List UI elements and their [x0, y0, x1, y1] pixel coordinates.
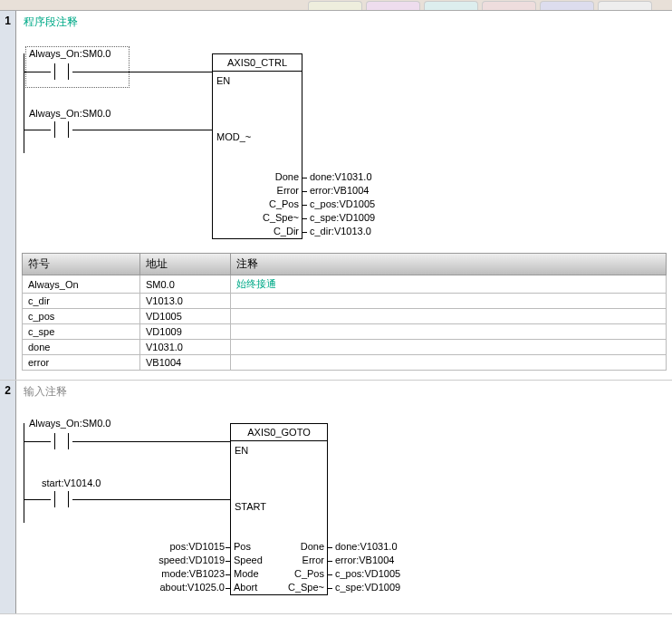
cell-comment — [231, 340, 667, 355]
network-title[interactable]: 输入注释 — [22, 382, 667, 405]
contact-no[interactable] — [51, 433, 72, 449]
contact-no[interactable] — [51, 491, 72, 507]
block-pin: Pos — [234, 541, 251, 552]
block-pin: EN — [216, 75, 230, 86]
cell-comment — [231, 324, 667, 340]
pin-binding: about:V1025.0 — [149, 582, 225, 593]
col-symbol: 符号 — [23, 254, 140, 275]
contact-no[interactable] — [51, 63, 72, 80]
block-pin: C_Pos — [257, 198, 299, 209]
block-pin: Done — [257, 171, 299, 182]
block-pin: Mode — [234, 568, 259, 579]
pin-binding: c_spe:VD1009 — [310, 212, 375, 223]
network-title[interactable]: 程序段注释 — [22, 13, 667, 35]
block-pin: Done — [283, 541, 324, 552]
cell-symbol: Always_On — [23, 275, 140, 294]
table-row[interactable]: doneV1031.0 — [23, 340, 667, 355]
block-pin: C_Spe~ — [257, 212, 299, 223]
network-number: 2 — [0, 381, 16, 613]
pin-binding: c_dir:V1013.0 — [310, 226, 371, 236]
contact-label: start:V1014.0 — [42, 477, 101, 488]
block-pin: C_Pos — [283, 568, 324, 579]
table-row[interactable]: c_dirV1013.0 — [23, 294, 667, 309]
network-1: 1 程序段注释 Always_On:SM0.0 Always_On:SM0.0 … — [0, 11, 672, 381]
ladder-diagram-2: Always_On:SM0.0 start:V1014.0 AXIS0_GOTO… — [22, 405, 667, 604]
block-pin: C_Dir — [257, 226, 299, 236]
cell-comment — [231, 294, 667, 309]
pin-binding: c_pos:VD1005 — [335, 568, 400, 579]
symbol-table: 符号 地址 注释 Always_OnSM0.0始终接通c_dirV1013.0c… — [22, 253, 667, 371]
pin-binding: mode:VB1023 — [149, 568, 225, 579]
block-pin: Speed — [234, 555, 263, 565]
pin-binding: speed:VD1019 — [149, 555, 225, 565]
pin-binding: done:V1031.0 — [310, 171, 372, 182]
cell-address: SM0.0 — [140, 275, 231, 294]
tab-strip-partial — [0, 0, 672, 11]
block-title: AXIS0_GOTO — [231, 424, 327, 441]
contact-label: Always_On:SM0.0 — [29, 108, 110, 119]
contact-label: Always_On:SM0.0 — [29, 418, 110, 429]
cell-comment — [231, 309, 667, 324]
block-pin: EN — [235, 445, 248, 456]
cell-address: V1031.0 — [140, 340, 231, 355]
selection-box[interactable] — [25, 46, 130, 88]
table-row[interactable]: c_posVD1005 — [23, 309, 667, 324]
cell-symbol: c_dir — [23, 294, 140, 309]
cell-comment — [231, 355, 667, 371]
pin-binding: error:VB1004 — [335, 555, 394, 565]
pin-binding: pos:VD1015 — [149, 541, 225, 552]
block-pin: MOD_~ — [216, 131, 251, 142]
table-row[interactable]: errorVB1004 — [23, 355, 667, 371]
cell-address: V1013.0 — [140, 294, 231, 309]
block-pin: START — [235, 501, 266, 512]
cell-address: VD1005 — [140, 309, 231, 324]
cell-address: VB1004 — [140, 355, 231, 371]
block-pin: Error — [257, 185, 299, 196]
col-comment: 注释 — [231, 254, 667, 275]
block-pin: Abort — [234, 582, 257, 593]
network-2: 2 输入注释 Always_On:SM0.0 start:V1014.0 AXI… — [0, 381, 672, 614]
block-pin: Error — [283, 555, 324, 565]
cell-address: VD1009 — [140, 324, 231, 340]
cell-symbol: c_spe — [23, 324, 140, 340]
ladder-diagram-1: Always_On:SM0.0 Always_On:SM0.0 AXIS0_CT… — [22, 35, 667, 244]
col-address: 地址 — [140, 254, 231, 275]
table-row[interactable]: c_speVD1009 — [23, 324, 667, 340]
table-row[interactable]: Always_OnSM0.0始终接通 — [23, 275, 667, 294]
pin-binding: c_spe:VD1009 — [335, 582, 400, 593]
table-header-row: 符号 地址 注释 — [23, 254, 667, 275]
cell-symbol: done — [23, 340, 140, 355]
cell-symbol: c_pos — [23, 309, 140, 324]
contact-no[interactable] — [51, 121, 72, 138]
cell-comment: 始终接通 — [231, 275, 667, 294]
cell-symbol: error — [23, 355, 140, 371]
pin-binding: done:V1031.0 — [335, 541, 398, 552]
block-title: AXIS0_CTRL — [213, 54, 302, 72]
block-pin: C_Spe~ — [283, 582, 324, 593]
pin-binding: error:VB1004 — [310, 185, 369, 196]
network-number: 1 — [0, 11, 16, 380]
pin-binding: c_pos:VD1005 — [310, 198, 375, 209]
